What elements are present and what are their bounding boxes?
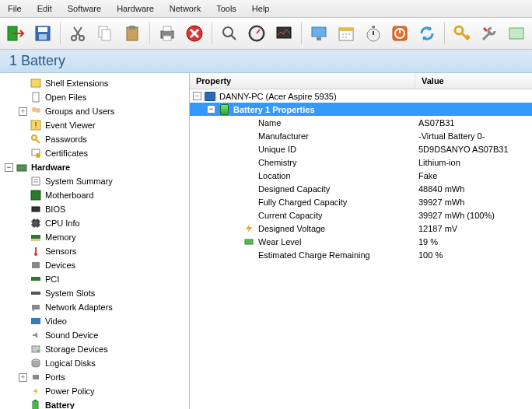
tree-hardware[interactable]: −Hardware <box>0 160 189 174</box>
tree-ports[interactable]: +Ports <box>0 370 189 384</box>
tree-power-policy[interactable]: Power Policy <box>0 384 189 398</box>
menu-edit[interactable]: Edit <box>30 2 60 16</box>
menu-hardware[interactable]: Hardware <box>109 2 162 16</box>
bat-icon <box>218 103 230 116</box>
tree-sound-device[interactable]: Sound Device <box>0 328 189 342</box>
tree-motherboard[interactable]: Motherboard <box>0 188 189 202</box>
svg-rect-39 <box>31 191 40 200</box>
prop-name: Chemistry <box>258 158 297 167</box>
expander-icon[interactable]: − <box>5 163 13 172</box>
menu-network[interactable]: Network <box>162 2 208 16</box>
tree-memory[interactable]: Memory <box>0 230 189 244</box>
menu-file[interactable]: File <box>0 2 30 16</box>
prop-row[interactable]: −DANNY-PC (Acer Aspire 5935) <box>190 89 532 103</box>
svg-rect-54 <box>33 401 38 409</box>
stop-button[interactable] <box>184 21 206 46</box>
options-button[interactable] <box>505 21 527 46</box>
tree-label: PCI <box>45 274 59 284</box>
svg-rect-38 <box>32 177 40 185</box>
mem-icon <box>30 231 42 243</box>
tree-label: Logical Disks <box>45 358 96 368</box>
prop-row[interactable]: Current Capacity39927 mWh (100%) <box>190 208 532 222</box>
svg-rect-18 <box>312 27 326 37</box>
prop-row[interactable]: ChemistryLithium-ion <box>190 156 532 169</box>
prop-row[interactable]: Estimated Charge Remaining100 % <box>190 248 532 261</box>
svg-rect-55 <box>34 400 37 401</box>
prop-value: AS07B31 <box>415 118 532 128</box>
prop-row[interactable]: NameAS07B31 <box>190 116 532 129</box>
gauge-button[interactable] <box>246 21 268 46</box>
tree-event-viewer[interactable]: !Event Viewer <box>0 118 189 132</box>
menu-help[interactable]: Help <box>244 2 278 16</box>
tree-storage-devices[interactable]: Storage Devices <box>0 342 189 356</box>
tree-label: Certificates <box>45 149 88 158</box>
tree-open-files[interactable]: Open Files <box>0 90 189 104</box>
expander-icon[interactable]: + <box>19 107 27 116</box>
prop-name: DANNY-PC (Acer Aspire 5935) <box>219 92 337 101</box>
power-button[interactable] <box>389 21 411 46</box>
svg-rect-41 <box>33 220 39 226</box>
tree-groups-and-users[interactable]: +Groups and Users <box>0 104 189 118</box>
menu-tools[interactable]: Tools <box>208 2 244 16</box>
refresh-button[interactable] <box>416 21 439 46</box>
tree-pane: Shell ExtensionsOpen Files+Groups and Us… <box>0 73 190 409</box>
stopwatch-button[interactable] <box>362 21 384 46</box>
copy-button[interactable] <box>94 21 117 46</box>
search-button[interactable] <box>219 21 241 46</box>
tools-button[interactable] <box>478 21 501 46</box>
tree-devices[interactable]: Devices <box>0 258 189 272</box>
svg-rect-19 <box>317 37 321 40</box>
tree-battery[interactable]: Battery <box>0 398 189 409</box>
tree-system-summary[interactable]: System Summary <box>0 174 189 188</box>
summary-icon <box>30 175 42 187</box>
tree-passwords[interactable]: Passwords <box>0 132 189 146</box>
menu-software[interactable]: Software <box>60 2 109 16</box>
prop-row[interactable]: Unique ID5D9DSANYO AS07B31 <box>190 142 532 156</box>
cut-button[interactable] <box>67 21 89 46</box>
prop-row[interactable]: Manufacturer-Virtual Battery 0- <box>190 129 532 142</box>
power-icon <box>30 385 42 397</box>
print-button[interactable] <box>156 21 179 46</box>
tree-network-adapters[interactable]: Network Adapters <box>0 300 189 314</box>
prop-row[interactable]: −Battery 1 Properties <box>190 103 532 116</box>
tree-pci[interactable]: PCI <box>0 272 189 286</box>
nav-tree[interactable]: Shell ExtensionsOpen Files+Groups and Us… <box>0 73 189 409</box>
column-headers[interactable]: Property Value <box>190 73 532 89</box>
prop-name: Battery 1 Properties <box>233 105 315 114</box>
exit-button[interactable] <box>5 21 27 46</box>
tree-bios[interactable]: BIOS <box>0 202 189 216</box>
prop-row[interactable]: Designed Voltage12187 mV <box>190 222 532 235</box>
prop-row[interactable]: Wear Level19 % <box>190 235 532 248</box>
header-property[interactable]: Property <box>190 73 415 89</box>
toolbar <box>0 18 532 50</box>
tree-video[interactable]: Video <box>0 314 189 328</box>
display-button[interactable] <box>308 21 331 46</box>
svg-rect-44 <box>32 262 40 268</box>
tree-label: Storage Devices <box>45 344 108 354</box>
tree-label: Battery <box>45 400 75 409</box>
tree-label: Hardware <box>31 163 70 172</box>
prop-row[interactable]: Designed Capacity48840 mWh <box>190 182 532 195</box>
hw-icon <box>16 161 28 173</box>
prop-row[interactable]: Fully Charged Capacity39927 mWh <box>190 195 532 208</box>
sound-icon <box>30 329 42 341</box>
key-button[interactable] <box>451 21 474 46</box>
save-button[interactable] <box>32 21 54 46</box>
menu-bar: FileEditSoftwareHardwareNetworkToolsHelp <box>0 0 532 18</box>
expander-icon[interactable]: + <box>19 373 27 382</box>
tree-certificates[interactable]: Certificates <box>0 146 189 160</box>
tree-logical-disks[interactable]: Logical Disks <box>0 356 189 370</box>
tree-system-slots[interactable]: System Slots <box>0 286 189 300</box>
tree-sensors[interactable]: Sensors <box>0 244 189 258</box>
expander-icon[interactable]: − <box>207 105 215 114</box>
tree-label: Video <box>45 316 67 326</box>
monitor-button[interactable] <box>272 21 295 46</box>
tree-shell-extensions[interactable]: Shell Extensions <box>0 76 189 90</box>
calendar-button[interactable] <box>335 21 358 46</box>
tree-cpu-info[interactable]: CPU Info <box>0 216 189 230</box>
prop-name: Estimated Charge Remaining <box>258 250 370 260</box>
header-value[interactable]: Value <box>415 73 532 89</box>
expander-icon[interactable]: − <box>193 92 201 100</box>
paste-button[interactable] <box>121 21 143 46</box>
prop-row[interactable]: LocationFake <box>190 169 532 182</box>
